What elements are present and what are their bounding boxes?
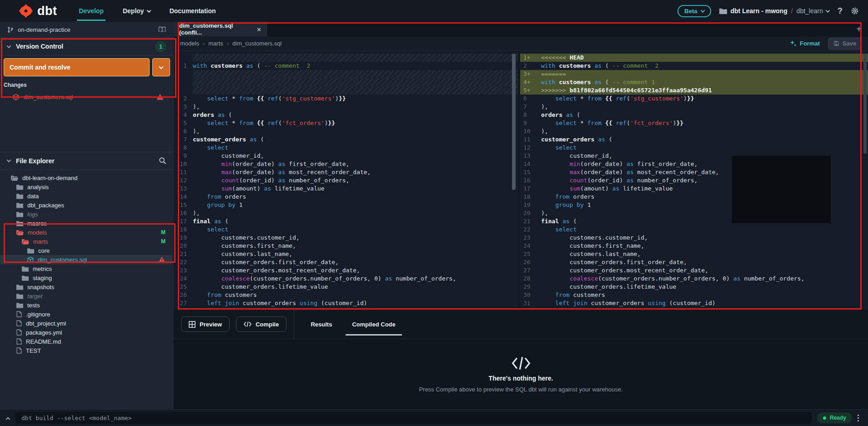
results-panel: There's nothing here. Press Compile abov… (174, 339, 868, 409)
expand-panel-icon[interactable] (6, 417, 10, 421)
right-pane-scrollbar[interactable] (863, 54, 867, 154)
tree-item-readme-md[interactable]: README.md (0, 337, 174, 346)
tree-item-staging[interactable]: staging (0, 273, 174, 282)
line-number: 26 (520, 258, 541, 266)
code-text: ), (193, 127, 518, 135)
nav-item-deploy[interactable]: Deploy (123, 0, 151, 22)
nav-item-develop[interactable]: Develop (79, 0, 103, 22)
help-icon[interactable]: ? (838, 6, 843, 16)
folder-icon (22, 266, 29, 272)
editor-area: dim_customers.sql (confli... × + models›… (174, 22, 868, 409)
line-number: 17 (520, 185, 541, 193)
compile-button[interactable]: Compile (236, 316, 286, 332)
tree-item-marts[interactable]: martsM (0, 237, 174, 246)
close-icon[interactable]: × (257, 25, 261, 33)
code-line: 28 coalesce(customer_orders.number_of_or… (520, 275, 868, 283)
line-number: 5+ (520, 86, 541, 95)
account-switcher[interactable]: dbt Learn - mwong / dbt_learn (719, 7, 830, 15)
dbt-cloud-ide: dbt DevelopDeployDocumentation Beta dbt … (0, 0, 868, 426)
tree-item-label: dbt-learn-on-demand (22, 175, 77, 181)
commit-options-button[interactable] (152, 58, 170, 76)
code-line: 22 select (520, 226, 868, 234)
tree-item-macros[interactable]: macros (0, 219, 174, 228)
conflict-placeholder-hatch (193, 86, 518, 95)
tree-item-packages-yml[interactable]: packages.yml (0, 328, 174, 337)
line-number: 15 (174, 201, 193, 209)
version-control-header[interactable]: Version Control 1 (0, 38, 174, 55)
code-line: 8 select (174, 144, 518, 152)
gear-icon[interactable] (851, 7, 859, 15)
tree-item-models[interactable]: modelsM (0, 228, 174, 237)
tree-item-dbt-project-yml[interactable]: dbt_project.yml (0, 319, 174, 328)
changes-label: Changes (4, 82, 174, 88)
breadcrumb-item[interactable]: models (180, 40, 199, 47)
file-icon (16, 311, 22, 317)
account-separator: / (791, 7, 793, 15)
tree-item-analysis[interactable]: analysis (0, 182, 174, 191)
tree-item-snapshots[interactable]: snapshots (0, 282, 174, 291)
preview-button[interactable]: Preview (181, 316, 230, 332)
folder-icon (22, 275, 29, 281)
code-line: 2 select * from {{ ref('stg_customers')}… (174, 95, 518, 103)
tree-item-dbt-packages[interactable]: dbt_packages (0, 200, 174, 210)
tab-compiled-code[interactable]: Compiled Code (352, 321, 395, 328)
folder-icon (16, 284, 23, 290)
new-tab-button[interactable]: + (850, 22, 868, 36)
dbt-logo[interactable]: dbt (19, 4, 57, 18)
tree-item-metrics[interactable]: metrics (0, 264, 174, 273)
changed-file-item[interactable]: dim_customers.sql (0, 90, 174, 103)
line-number: 14 (174, 193, 193, 201)
git-branch-row[interactable]: on-demand-practice (0, 22, 174, 38)
line-number: 23 (520, 234, 541, 242)
tree-item-label: tests (27, 302, 40, 309)
sidebar: on-demand-practice Version Control 1 Com… (0, 22, 174, 409)
code-text: final as ( (193, 217, 518, 226)
beta-dropdown[interactable]: Beta (677, 5, 711, 17)
line-number: 8 (174, 144, 193, 152)
line-number: 16 (520, 176, 541, 185)
line-number: 5 (174, 119, 193, 127)
save-button[interactable]: Save (828, 38, 862, 50)
status-badge: Ready (817, 412, 852, 423)
command-input[interactable]: dbt build --select <model_name> (15, 412, 812, 424)
line-number: 17 (174, 217, 193, 226)
docs-book-icon[interactable] (158, 26, 166, 33)
tree-item-target[interactable]: target (0, 291, 174, 301)
tab-results[interactable]: Results (311, 321, 332, 328)
code-text: customer_orders as ( (541, 135, 868, 144)
project-dropdown[interactable]: dbt_learn (797, 7, 829, 15)
kebab-menu-icon[interactable] (858, 415, 859, 421)
tree-item--gitignore[interactable]: .gitignore (0, 310, 174, 319)
code-text: customer_orders.first_order_date, (541, 258, 868, 266)
warning-icon (156, 94, 164, 100)
breadcrumb: models›marts›dim_customers.sql (180, 40, 281, 47)
tree-item-tests[interactable]: tests (0, 301, 174, 310)
file-explorer-header[interactable]: File Explorer (0, 152, 174, 170)
tree-item-dbt-learn-on-demand[interactable]: dbt-learn-on-demand (0, 173, 174, 182)
commit-row: Commit and resolve (4, 58, 170, 76)
format-button[interactable]: Format (790, 40, 820, 47)
left-pane-scrollbar[interactable] (512, 54, 516, 190)
tree-item-dim-customers-sql[interactable]: dim_customers.sql (0, 255, 172, 264)
code-text: select * from {{ ref('fct_orders')}} (193, 119, 518, 127)
tree-item-test[interactable]: TEST (0, 346, 174, 355)
tree-item-core[interactable]: core (0, 246, 174, 255)
code-text: >>>>>>> b81f802a66fd544504c65721e3ffaaa9… (541, 86, 868, 95)
line-number: 11 (174, 168, 193, 176)
code-line: 6 select * from {{ ref('stg_customers')}… (520, 95, 868, 103)
commit-and-resolve-button[interactable]: Commit and resolve (4, 58, 150, 76)
results-tabs: ResultsCompiled Code (311, 321, 395, 328)
code-line: 15 group by 1 (174, 201, 518, 209)
project-name: dbt_learn (797, 7, 823, 15)
breadcrumb-item[interactable]: dim_customers.sql (232, 40, 281, 47)
breadcrumb-item[interactable]: marts (208, 40, 223, 47)
code-line: 11 max(order_date) as most_recent_order_… (174, 168, 518, 176)
code-line: 2with customers as ( -- comment 2 (520, 62, 868, 70)
search-icon[interactable] (159, 157, 166, 165)
tree-item-data[interactable]: data (0, 191, 174, 200)
model-cube-icon (13, 94, 19, 100)
nav-item-documentation[interactable]: Documentation (170, 0, 216, 22)
editor-tab[interactable]: dim_customers.sql (confli... × (174, 22, 267, 36)
editor-pane-local[interactable]: 1with customers as ( -- comment 22 selec… (174, 51, 519, 310)
tree-item-logs[interactable]: logs (0, 210, 174, 219)
